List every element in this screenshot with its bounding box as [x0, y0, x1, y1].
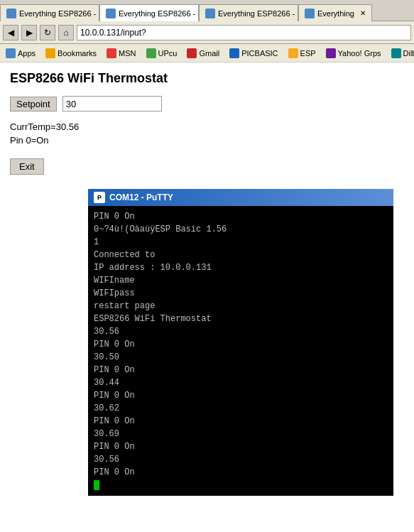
bookmark-msn-label: MSN: [119, 49, 136, 58]
putty-titlebar: P COM12 - PuTTY: [88, 189, 393, 206]
bookmark-apps[interactable]: Apps: [3, 47, 38, 60]
back-button[interactable]: ◀: [3, 25, 18, 40]
putty-line: PIN 0 On: [94, 389, 388, 402]
exit-button[interactable]: Exit: [10, 158, 44, 175]
putty-line: PIN 0 On: [94, 440, 388, 453]
pin-status-display: Pin 0=On: [10, 135, 404, 146]
tab-icon-2: [106, 9, 116, 18]
bookmark-yahoo-icon: [326, 48, 336, 58]
putty-line: Connected to: [94, 249, 388, 261]
bookmark-bookmarks[interactable]: Bookmarks: [43, 47, 99, 60]
putty-line: restart page: [94, 300, 388, 313]
putty-line: 30.62: [94, 402, 388, 415]
putty-title: COM12 - PuTTY: [109, 192, 173, 202]
putty-line: 1: [94, 236, 388, 249]
bookmark-yahoo-label: Yahoo! Grps: [338, 49, 381, 58]
address-bar[interactable]: [77, 25, 411, 40]
bookmark-msn-icon: [107, 48, 116, 58]
tab-4[interactable]: Everything ✕: [298, 4, 372, 21]
putty-line: 30.69: [94, 428, 388, 440]
bookmark-dilb[interactable]: Dilb: [388, 47, 414, 60]
putty-terminal[interactable]: PIN 0 On0~?4ù!(OàaùÿESP Basic 1.561Conne…: [88, 206, 393, 496]
navigation-bar: ◀ ▶ ↻ ⌂: [0, 21, 414, 44]
bookmark-apps-icon: [6, 48, 16, 58]
tab-label-4: Everything: [317, 9, 354, 18]
tab-1[interactable]: Everything ESP8266 - ✕: [0, 4, 99, 21]
bookmark-gmail-label: Gmail: [199, 49, 219, 58]
tab-2[interactable]: Everything ESP8266 - ✕: [99, 4, 199, 21]
bookmark-bookmarks-icon: [45, 48, 55, 58]
bookmark-esp-label: ESP: [300, 49, 316, 58]
putty-line: IP address : 10.0.0.131: [94, 261, 388, 274]
setpoint-button[interactable]: Setpoint: [10, 97, 57, 112]
putty-cursor: [94, 480, 99, 490]
refresh-button[interactable]: ↻: [40, 25, 55, 40]
bookmark-upcu-icon: [146, 48, 156, 58]
bookmark-upcu[interactable]: UPcu: [143, 47, 180, 60]
tab-close-4[interactable]: ✕: [360, 9, 366, 17]
bookmark-picbasic-label: PICBASIC: [241, 49, 278, 58]
putty-window-icon: P: [94, 192, 105, 203]
putty-line: PIN 0 On: [94, 338, 388, 351]
putty-line: PIN 0 On: [94, 364, 388, 376]
bookmark-gmail-icon: [187, 48, 197, 58]
tab-3[interactable]: Everything ESP8266 - ✕: [199, 4, 298, 21]
putty-line: 30.56: [94, 325, 388, 338]
page-content: ESP8266 WiFi Thermostat Setpoint CurrTem…: [0, 63, 414, 504]
bookmark-upcu-label: UPcu: [158, 49, 178, 58]
putty-line: PIN 0 On: [94, 415, 388, 428]
bookmark-msn[interactable]: MSN: [104, 47, 138, 60]
putty-line: WIFIpass: [94, 287, 388, 300]
browser-tabs: Everything ESP8266 - ✕ Everything ESP826…: [0, 0, 414, 21]
page-title: ESP8266 WiFi Thermostat: [10, 71, 404, 86]
putty-line: PIN 0 On: [94, 466, 388, 479]
bookmark-picbasic[interactable]: PICBASIC: [227, 47, 280, 60]
tab-icon-3: [205, 9, 215, 18]
bookmark-dilb-icon: [391, 48, 401, 58]
bookmark-apps-label: Apps: [18, 49, 36, 58]
putty-line: ESP8266 WiFi Thermostat: [94, 313, 388, 325]
putty-line: 0~?4ù!(OàaùÿESP Basic 1.56: [94, 223, 388, 236]
bookmark-gmail[interactable]: Gmail: [184, 47, 222, 60]
putty-cursor-line: [94, 479, 388, 492]
bookmark-yahoo[interactable]: Yahoo! Grps: [323, 47, 384, 60]
putty-line: 30.56: [94, 453, 388, 466]
tab-icon-4: [305, 9, 315, 18]
putty-line: 30.44: [94, 376, 388, 389]
bookmark-picbasic-icon: [229, 48, 239, 58]
bookmark-esp[interactable]: ESP: [285, 47, 319, 60]
setpoint-row: Setpoint: [10, 96, 404, 112]
putty-line: PIN 0 On: [94, 210, 388, 223]
putty-window: P COM12 - PuTTY PIN 0 On0~?4ù!(OàaùÿESP …: [88, 189, 393, 496]
tab-label-1: Everything ESP8266 -: [19, 9, 96, 18]
putty-line: WIFIname: [94, 274, 388, 287]
forward-button[interactable]: ▶: [21, 25, 37, 40]
bookmarks-bar: Apps Bookmarks MSN UPcu Gmail PICBASIC E…: [0, 44, 414, 63]
bookmark-bookmarks-label: Bookmarks: [58, 49, 97, 58]
tab-icon-1: [6, 9, 16, 18]
bookmark-esp-icon: [288, 48, 298, 58]
putty-line: 30.50: [94, 351, 388, 364]
tab-label-2: Everything ESP8266 -: [119, 9, 195, 18]
tab-label-3: Everything ESP8266 -: [218, 9, 295, 18]
bookmark-dilb-label: Dilb: [403, 49, 414, 58]
home-button[interactable]: ⌂: [58, 25, 74, 40]
setpoint-input[interactable]: [62, 96, 162, 112]
curr-temp-display: CurrTemp=30.56: [10, 121, 404, 132]
